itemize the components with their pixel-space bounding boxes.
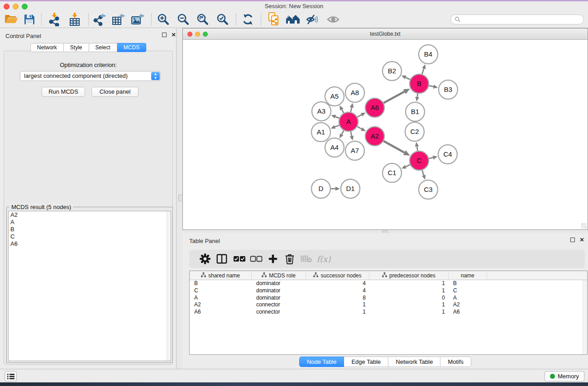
graph-edge-A-A4[interactable] [342,130,344,134]
float-panel-icon[interactable] [570,238,576,243]
column-header-MCDS-role[interactable]: MCDS role [252,271,306,280]
graph-edge-C-C3[interactable] [422,170,424,176]
network-canvas[interactable]: B4B2BB3A8A5A6B1A3AA1C2A2A4A7C4CC1C3DD1 [183,40,588,229]
tab-style[interactable]: Style [64,43,89,52]
import-network-button[interactable] [46,12,63,27]
table-row[interactable]: Bdominator41B [190,280,587,287]
tab-edge-table[interactable]: Edge Table [344,357,388,367]
maximize-window-button[interactable] [203,32,208,37]
graph-edge-C-C1[interactable] [406,165,410,167]
graph-edge-A-A7[interactable] [351,131,352,136]
graph-edge-A-A6[interactable] [357,115,361,117]
cell-MCDS-role[interactable]: dominator [252,287,306,295]
minimize-window-button[interactable] [195,32,200,37]
cell-shared-name[interactable]: A [190,295,252,302]
graph-edge-B-B2[interactable] [406,77,410,80]
mcds-result-item[interactable]: A [9,219,171,226]
cell-MCDS-role[interactable]: connector [252,301,306,309]
network-from-selection-button[interactable] [265,12,282,27]
show-all-views-button[interactable] [284,12,301,27]
cell-successor-nodes[interactable]: 1 [306,301,369,309]
deselect-all-checks-button[interactable] [249,253,264,265]
graph-edge-C-C4[interactable] [429,157,433,158]
tab-mcds[interactable]: MCDS [117,43,146,52]
close-panel-button[interactable]: Close panel [91,87,139,97]
cell-predecessor-nodes[interactable]: 1 [369,309,449,316]
cell-predecessor-nodes[interactable]: 1 [369,287,449,295]
select-all-checks-button[interactable] [232,253,247,265]
cell-shared-name[interactable]: A6 [190,309,252,316]
split-view-button[interactable] [214,253,229,265]
memory-button[interactable]: Memory [545,371,584,381]
float-panel-icon[interactable] [162,33,168,38]
graph-edge-B-B3[interactable] [429,86,434,86]
mcds-result-item[interactable]: A6 [9,240,171,248]
show-graphics-details-button[interactable] [325,12,342,27]
zoom-in-button[interactable] [155,12,172,27]
cell-shared-name[interactable]: A2 [190,301,252,309]
table-scrollbar[interactable] [583,280,587,354]
zoom-out-button[interactable] [175,12,192,27]
table-row[interactable]: Adominator80A [190,295,587,302]
tab-node-table[interactable]: Node Table [299,357,344,367]
graph-edge-A-A2[interactable] [357,127,362,129]
cell-MCDS-role[interactable]: dominator [252,280,306,287]
export-table-button[interactable] [110,12,127,27]
delete-column-button[interactable] [282,253,297,265]
close-window-button[interactable] [187,32,192,37]
graph-edge-A2-C[interactable] [383,141,404,153]
table-row[interactable]: A6connector11A6 [190,309,587,316]
open-session-button[interactable] [3,12,20,27]
table-settings-button[interactable] [197,253,213,265]
tab-select[interactable]: Select [89,43,117,52]
criterion-dropdown[interactable]: largest connected component (directed) ▲… [20,71,161,81]
cell-successor-nodes[interactable]: 4 [306,287,369,295]
table-row[interactable]: A2connector11A2 [190,301,587,309]
search-input[interactable] [461,16,583,23]
cell-name[interactable]: A2 [449,301,487,309]
graph-edge-C-C2[interactable] [417,147,418,151]
cell-successor-nodes[interactable]: 8 [306,295,369,302]
window-resize-grip[interactable] [581,223,587,229]
minimize-window-button[interactable] [13,4,19,10]
column-header-successor-nodes[interactable]: successor nodes [306,271,369,280]
column-header-shared-name[interactable]: shared name [190,271,252,280]
cell-MCDS-role[interactable]: dominator [252,295,306,302]
mcds-result-list[interactable]: A2ABCA6 [8,211,171,361]
run-mcds-button[interactable]: Run MCDS [42,87,85,97]
zoom-selected-button[interactable] [214,12,231,27]
export-image-button[interactable] [129,12,146,27]
cell-name[interactable]: A [449,295,487,302]
close-window-button[interactable] [4,4,10,10]
import-table-button[interactable] [66,12,83,27]
cell-successor-nodes[interactable]: 4 [306,280,369,287]
tab-motifs[interactable]: Motifs [440,357,471,367]
save-session-button[interactable] [21,12,38,27]
cell-name[interactable]: C [449,287,487,295]
tab-network[interactable]: Network [30,43,64,52]
refresh-button[interactable] [239,12,257,27]
graph-edge-A-A5[interactable] [342,110,344,113]
mcds-result-item[interactable]: B [9,226,171,233]
cell-MCDS-role[interactable]: connector [252,309,306,316]
function-builder-button[interactable]: f(x) [316,253,331,265]
cell-shared-name[interactable]: C [190,287,252,295]
graph-edge-A-A1[interactable] [335,125,339,127]
cell-predecessor-nodes[interactable]: 1 [369,301,449,309]
cell-name[interactable]: A6 [449,309,487,316]
close-panel-icon[interactable]: ✕ [579,237,585,243]
maximize-window-button[interactable] [22,4,28,10]
table-row[interactable]: Cdominator41C [190,287,587,295]
zoom-fit-button[interactable] [194,12,211,27]
mcds-result-item[interactable]: A2 [9,211,171,219]
hide-graphics-details-button[interactable] [304,12,321,27]
search-field[interactable] [450,14,584,24]
add-column-button[interactable] [265,253,281,265]
graph-edge-A-A8[interactable] [351,107,352,112]
cell-shared-name[interactable]: B [190,280,252,287]
cell-name[interactable]: B [449,280,487,287]
graph-edge-B-B1[interactable] [417,94,418,97]
graph-edge-B-B4[interactable] [422,69,424,74]
close-panel-icon[interactable]: ✕ [171,32,177,38]
graph-edge-A-A3[interactable] [335,117,339,118]
